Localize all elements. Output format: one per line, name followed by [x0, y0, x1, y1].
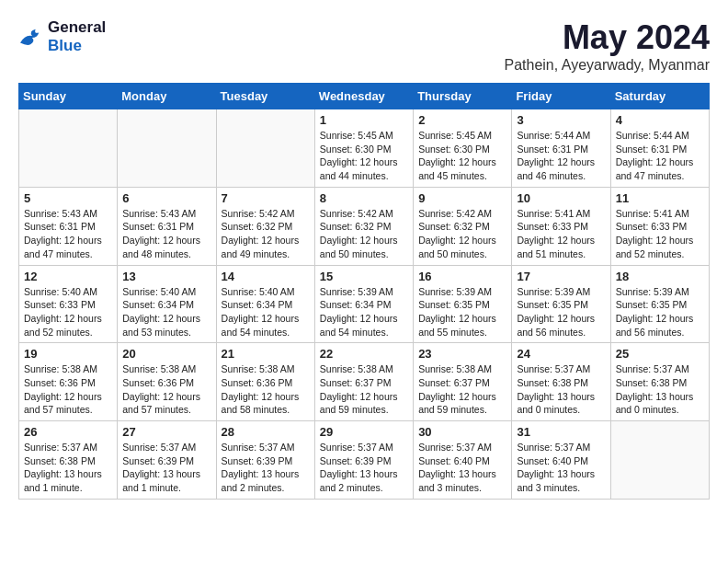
calendar-cell: 9Sunrise: 5:42 AM Sunset: 6:32 PM Daylig…	[414, 187, 512, 265]
day-number: 22	[320, 347, 408, 361]
calendar-cell: 4Sunrise: 5:44 AM Sunset: 6:31 PM Daylig…	[610, 109, 709, 188]
day-info: Sunrise: 5:40 AM Sunset: 6:33 PM Dayligh…	[24, 285, 112, 339]
day-info: Sunrise: 5:38 AM Sunset: 6:37 PM Dayligh…	[320, 362, 408, 417]
day-info: Sunrise: 5:42 AM Sunset: 6:32 PM Dayligh…	[418, 207, 506, 261]
day-number: 10	[517, 191, 605, 205]
calendar-cell: 30Sunrise: 5:37 AM Sunset: 6:40 PM Dayli…	[414, 421, 512, 500]
day-info: Sunrise: 5:45 AM Sunset: 6:30 PM Dayligh…	[320, 129, 408, 183]
day-info: Sunrise: 5:42 AM Sunset: 6:32 PM Dayligh…	[222, 207, 310, 261]
calendar-cell	[118, 109, 216, 188]
day-number: 24	[517, 347, 605, 361]
calendar-week-5: 26Sunrise: 5:37 AM Sunset: 6:38 PM Dayli…	[19, 421, 710, 500]
day-info: Sunrise: 5:44 AM Sunset: 6:31 PM Dayligh…	[616, 129, 704, 183]
day-info: Sunrise: 5:37 AM Sunset: 6:38 PM Dayligh…	[24, 441, 112, 495]
calendar-cell: 21Sunrise: 5:38 AM Sunset: 6:36 PM Dayli…	[216, 343, 314, 421]
weekday-header-thursday: Thursday	[414, 84, 512, 109]
day-number: 29	[320, 425, 408, 439]
day-info: Sunrise: 5:37 AM Sunset: 6:39 PM Dayligh…	[222, 441, 310, 495]
calendar-cell: 5Sunrise: 5:43 AM Sunset: 6:31 PM Daylig…	[19, 187, 118, 265]
day-info: Sunrise: 5:43 AM Sunset: 6:31 PM Dayligh…	[24, 207, 112, 261]
day-number: 26	[24, 425, 112, 439]
day-info: Sunrise: 5:37 AM Sunset: 6:39 PM Dayligh…	[122, 441, 210, 495]
calendar-week-4: 19Sunrise: 5:38 AM Sunset: 6:36 PM Dayli…	[19, 343, 710, 421]
month-title: May 2024	[504, 18, 710, 57]
day-info: Sunrise: 5:37 AM Sunset: 6:40 PM Dayligh…	[517, 441, 605, 495]
calendar-cell: 18Sunrise: 5:39 AM Sunset: 6:35 PM Dayli…	[610, 265, 709, 343]
day-number: 18	[616, 270, 704, 283]
day-number: 16	[418, 270, 506, 283]
day-info: Sunrise: 5:39 AM Sunset: 6:35 PM Dayligh…	[517, 285, 605, 339]
day-info: Sunrise: 5:41 AM Sunset: 6:33 PM Dayligh…	[616, 207, 704, 261]
day-info: Sunrise: 5:39 AM Sunset: 6:35 PM Dayligh…	[418, 285, 506, 339]
day-info: Sunrise: 5:37 AM Sunset: 6:38 PM Dayligh…	[616, 362, 704, 417]
day-info: Sunrise: 5:43 AM Sunset: 6:31 PM Dayligh…	[122, 207, 210, 261]
calendar-week-2: 5Sunrise: 5:43 AM Sunset: 6:31 PM Daylig…	[19, 187, 710, 265]
weekday-header-saturday: Saturday	[610, 84, 709, 109]
calendar-table: SundayMondayTuesdayWednesdayThursdayFrid…	[18, 83, 710, 500]
day-number: 28	[222, 425, 310, 439]
calendar-cell: 24Sunrise: 5:37 AM Sunset: 6:38 PM Dayli…	[512, 343, 610, 421]
day-number: 8	[320, 191, 408, 205]
day-info: Sunrise: 5:38 AM Sunset: 6:36 PM Dayligh…	[122, 362, 210, 417]
day-number: 9	[418, 191, 506, 205]
calendar-cell: 29Sunrise: 5:37 AM Sunset: 6:39 PM Dayli…	[314, 421, 413, 500]
calendar-cell: 25Sunrise: 5:37 AM Sunset: 6:38 PM Dayli…	[610, 343, 709, 421]
day-info: Sunrise: 5:37 AM Sunset: 6:40 PM Dayligh…	[418, 441, 506, 495]
day-number: 11	[616, 191, 704, 205]
day-number: 13	[122, 270, 210, 283]
calendar-cell: 6Sunrise: 5:43 AM Sunset: 6:31 PM Daylig…	[118, 187, 216, 265]
day-number: 27	[122, 425, 210, 439]
calendar-cell: 23Sunrise: 5:38 AM Sunset: 6:37 PM Dayli…	[414, 343, 512, 421]
day-number: 7	[222, 191, 310, 205]
day-number: 20	[122, 347, 210, 361]
day-info: Sunrise: 5:41 AM Sunset: 6:33 PM Dayligh…	[517, 207, 605, 261]
day-info: Sunrise: 5:42 AM Sunset: 6:32 PM Dayligh…	[320, 207, 408, 261]
calendar-cell: 27Sunrise: 5:37 AM Sunset: 6:39 PM Dayli…	[118, 421, 216, 500]
day-info: Sunrise: 5:40 AM Sunset: 6:34 PM Dayligh…	[222, 285, 310, 339]
day-number: 19	[24, 347, 112, 361]
day-number: 6	[122, 191, 210, 205]
day-info: Sunrise: 5:37 AM Sunset: 6:39 PM Dayligh…	[320, 441, 408, 495]
calendar-cell: 17Sunrise: 5:39 AM Sunset: 6:35 PM Dayli…	[512, 265, 610, 343]
calendar-week-1: 1Sunrise: 5:45 AM Sunset: 6:30 PM Daylig…	[19, 109, 710, 188]
day-number: 3	[517, 113, 605, 127]
day-number: 14	[222, 270, 310, 283]
day-number: 30	[418, 425, 506, 439]
calendar-cell: 11Sunrise: 5:41 AM Sunset: 6:33 PM Dayli…	[610, 187, 709, 265]
weekday-header-sunday: Sunday	[19, 84, 118, 109]
weekday-header-friday: Friday	[512, 84, 610, 109]
calendar-cell: 14Sunrise: 5:40 AM Sunset: 6:34 PM Dayli…	[216, 265, 314, 343]
day-number: 5	[24, 191, 112, 205]
day-info: Sunrise: 5:45 AM Sunset: 6:30 PM Dayligh…	[418, 129, 506, 183]
day-number: 31	[517, 425, 605, 439]
calendar-cell	[216, 109, 314, 188]
day-number: 25	[616, 347, 704, 361]
calendar-week-3: 12Sunrise: 5:40 AM Sunset: 6:33 PM Dayli…	[19, 265, 710, 343]
calendar-cell: 12Sunrise: 5:40 AM Sunset: 6:33 PM Dayli…	[19, 265, 118, 343]
location-subtitle: Pathein, Ayeyarwady, Myanmar	[504, 57, 710, 74]
calendar-cell	[610, 421, 709, 500]
day-number: 2	[418, 113, 506, 127]
day-number: 17	[517, 270, 605, 283]
day-info: Sunrise: 5:38 AM Sunset: 6:37 PM Dayligh…	[418, 362, 506, 417]
calendar-cell: 7Sunrise: 5:42 AM Sunset: 6:32 PM Daylig…	[216, 187, 314, 265]
weekday-header-row: SundayMondayTuesdayWednesdayThursdayFrid…	[19, 84, 710, 109]
calendar-cell: 22Sunrise: 5:38 AM Sunset: 6:37 PM Dayli…	[314, 343, 413, 421]
calendar-cell: 1Sunrise: 5:45 AM Sunset: 6:30 PM Daylig…	[314, 109, 413, 188]
day-number: 23	[418, 347, 506, 361]
day-number: 12	[24, 270, 112, 283]
calendar-cell: 26Sunrise: 5:37 AM Sunset: 6:38 PM Dayli…	[19, 421, 118, 500]
day-number: 1	[320, 113, 408, 127]
logo-icon	[18, 26, 44, 48]
calendar-cell	[19, 109, 118, 188]
calendar-cell: 16Sunrise: 5:39 AM Sunset: 6:35 PM Dayli…	[414, 265, 512, 343]
day-number: 4	[616, 113, 704, 127]
page-header: General Blue May 2024 Pathein, Ayeyarwad…	[18, 18, 710, 74]
calendar-cell: 31Sunrise: 5:37 AM Sunset: 6:40 PM Dayli…	[512, 421, 610, 500]
day-info: Sunrise: 5:39 AM Sunset: 6:34 PM Dayligh…	[320, 285, 408, 339]
calendar-cell: 2Sunrise: 5:45 AM Sunset: 6:30 PM Daylig…	[414, 109, 512, 188]
day-info: Sunrise: 5:38 AM Sunset: 6:36 PM Dayligh…	[222, 362, 310, 417]
calendar-cell: 28Sunrise: 5:37 AM Sunset: 6:39 PM Dayli…	[216, 421, 314, 500]
calendar-cell: 19Sunrise: 5:38 AM Sunset: 6:36 PM Dayli…	[19, 343, 118, 421]
weekday-header-wednesday: Wednesday	[314, 84, 413, 109]
